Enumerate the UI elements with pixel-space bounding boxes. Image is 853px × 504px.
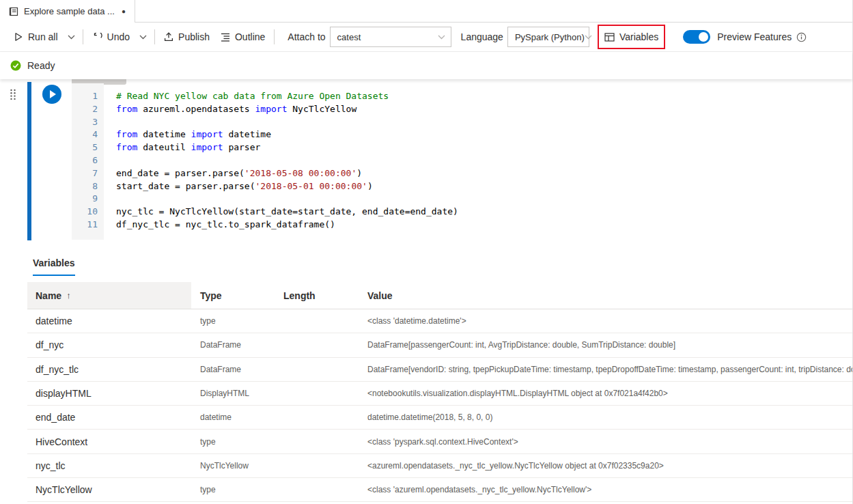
cell-selection-bar: [27, 82, 31, 240]
notebook-area: 1234567891011 # Read NYC yellow cab data…: [0, 79, 852, 247]
run-cell-button[interactable]: [42, 85, 61, 104]
outline-button[interactable]: Outline: [215, 26, 270, 48]
code-content[interactable]: # Read NYC yellow cab data from Azure Op…: [104, 83, 458, 240]
notebook-tab[interactable]: Explore sample data ... ●: [0, 0, 135, 23]
line-number-gutter: 1234567891011: [72, 83, 104, 240]
code-token: azureml.opendatasets: [137, 104, 255, 114]
cell-drag-handle-icon[interactable]: [10, 89, 16, 100]
variable-row[interactable]: NycTlcYellowtype<class 'azureml.opendata…: [27, 478, 852, 502]
code-token: from: [116, 129, 137, 139]
code-editor: 1234567891011 # Read NYC yellow cab data…: [72, 83, 844, 240]
variable-name: nyc_tlc: [27, 460, 191, 471]
variables-table-header: Name ↑ Type Length Value: [27, 282, 852, 309]
variable-type: datetime: [191, 412, 275, 422]
column-header-type[interactable]: Type: [191, 290, 275, 301]
variable-row[interactable]: HiveContexttype<class 'pyspark.sql.conte…: [27, 430, 852, 453]
variable-row[interactable]: datetimetype<class 'datetime.datetime'>: [27, 309, 852, 333]
line-number: 3: [72, 116, 98, 129]
variable-type: type: [191, 316, 275, 326]
code-line[interactable]: from azureml.opendatasets import NycTlcY…: [116, 103, 458, 116]
code-line[interactable]: from datetime import datetime: [116, 128, 458, 141]
status-text: Ready: [27, 60, 55, 71]
undo-dropdown-chevron[interactable]: [135, 26, 151, 48]
variable-name: datetime: [27, 316, 191, 326]
variable-row[interactable]: df_nyc_tlcDataFrameDataFrame[vendorID: s…: [27, 358, 852, 382]
line-number: 11: [72, 219, 98, 232]
ready-check-icon: [10, 60, 21, 71]
toggle-knob: [699, 32, 708, 42]
code-line[interactable]: # Read NYC yellow cab data from Azure Op…: [116, 90, 458, 103]
status-bar: Ready: [0, 52, 852, 79]
outline-icon: [221, 33, 230, 42]
attach-to-dropdown[interactable]: catest: [330, 27, 451, 47]
chevron-down-icon: [585, 35, 592, 40]
variables-table: Name ↑ Type Length Value datetimetype<cl…: [27, 282, 852, 502]
variables-icon: [604, 33, 615, 42]
variables-table-body: datetimetype<class 'datetime.datetime'>d…: [27, 309, 852, 502]
code-token: datetime: [137, 129, 191, 139]
run-all-dropdown-chevron[interactable]: [64, 26, 79, 48]
page: Explore sample data ... ● Run all Undo: [0, 0, 853, 504]
code-token: datetime: [223, 129, 271, 139]
code-token: parser: [223, 142, 261, 152]
code-token: '2018-05-01 00:00:00': [255, 181, 367, 191]
column-header-length[interactable]: Length: [275, 290, 359, 301]
variable-type: DisplayHTML: [191, 389, 275, 398]
code-token: ): [356, 168, 362, 178]
preview-features-toggle[interactable]: [683, 30, 710, 44]
variable-value: <notebookutils.visualization.displayHTML…: [359, 389, 852, 398]
code-line[interactable]: df_nyc_tlc = nyc_tlc.to_spark_dataframe(…: [116, 219, 458, 232]
variable-name: displayHTML: [27, 388, 191, 399]
variable-value: <class 'azureml.opendatasets._nyc_tlc_ye…: [359, 485, 852, 494]
code-line[interactable]: nyc_tlc = NycTlcYellow(start_date=start_…: [116, 206, 458, 219]
variable-row[interactable]: displayHTMLDisplayHTML<notebookutils.vis…: [27, 382, 852, 406]
code-token: nyc_tlc = NycTlcYellow(start_date=start_…: [116, 206, 458, 216]
code-token: '2018-05-08 00:00:00': [244, 168, 356, 178]
code-token: end_date = parser.parse(: [116, 168, 244, 178]
code-token: import: [191, 129, 223, 139]
info-icon[interactable]: [796, 32, 807, 42]
variables-panel-tab[interactable]: Variables: [33, 257, 75, 276]
code-line[interactable]: [116, 193, 458, 206]
name-header-label: Name: [36, 290, 61, 301]
variable-value: DataFrame[passengerCount: int, AvgTripDi…: [359, 340, 852, 350]
run-all-label: Run all: [28, 31, 58, 42]
publish-button[interactable]: Publish: [158, 26, 215, 48]
variable-value: <azureml.opendatasets._nyc_tlc_yellow.Ny…: [359, 461, 852, 471]
code-token: NycTlcYellow: [287, 104, 356, 114]
language-dropdown[interactable]: PySpark (Python): [507, 27, 589, 47]
variable-row[interactable]: df_nycDataFrameDataFrame[passengerCount:…: [27, 333, 852, 357]
language-value: PySpark (Python): [515, 32, 585, 42]
code-line[interactable]: from dateutil import parser: [116, 141, 458, 154]
column-header-name[interactable]: Name ↑: [27, 282, 191, 309]
toolbar-separator: [274, 29, 275, 44]
variable-row[interactable]: nyc_tlcNycTlcYellow<azureml.opendatasets…: [27, 454, 852, 478]
outline-label: Outline: [235, 31, 265, 42]
code-line[interactable]: [116, 116, 458, 129]
code-line[interactable]: [116, 154, 458, 167]
preview-features-label: Preview Features: [717, 31, 792, 42]
variable-name: end_date: [27, 412, 191, 423]
undo-button[interactable]: Undo: [87, 26, 135, 48]
run-icon: [14, 32, 23, 42]
undo-label: Undo: [107, 31, 130, 42]
variable-row[interactable]: end_datedatetimedatetime.datetime(2018, …: [27, 406, 852, 430]
code-line[interactable]: end_date = parser.parse('2018-05-08 00:0…: [116, 167, 458, 180]
line-number: 8: [72, 180, 98, 193]
run-all-button[interactable]: Run all: [8, 26, 64, 48]
variables-button[interactable]: Variables: [599, 26, 664, 48]
variable-type: type: [191, 437, 275, 447]
code-token: dateutil: [137, 142, 191, 152]
line-number: 5: [72, 141, 98, 154]
code-line[interactable]: start_date = parser.parse('2018-05-01 00…: [116, 180, 458, 193]
publish-icon: [164, 32, 173, 42]
attach-to-value: catest: [337, 32, 361, 42]
variable-value: <class 'datetime.datetime'>: [359, 316, 852, 326]
undo-icon: [92, 33, 102, 42]
variable-type: NycTlcYellow: [191, 461, 275, 471]
unsaved-dot: ●: [122, 8, 126, 15]
column-header-value[interactable]: Value: [359, 290, 852, 301]
variable-type: type: [191, 485, 275, 494]
code-token: from: [116, 142, 137, 152]
variable-name: df_nyc: [27, 339, 191, 350]
